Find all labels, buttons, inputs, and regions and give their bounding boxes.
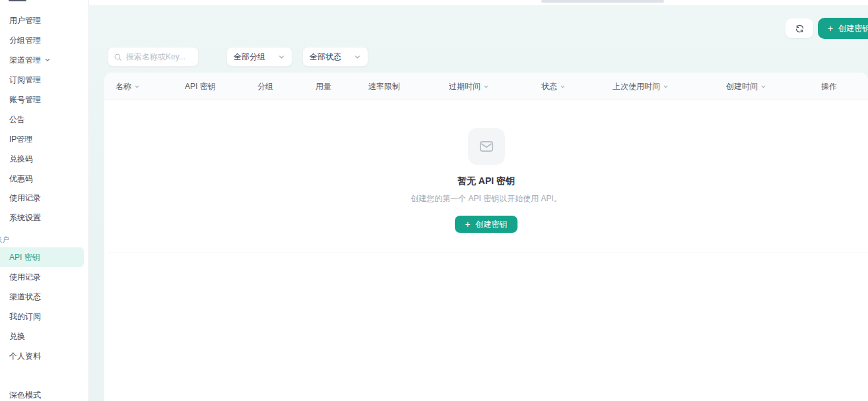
column-header-name[interactable]: 名称: [116, 73, 140, 100]
sidebar-item-announcements[interactable]: 公告: [0, 109, 84, 129]
horizontal-scrollbar-thumb[interactable]: [541, 0, 664, 3]
sidebar-item-profile[interactable]: 个人资料: [0, 346, 84, 366]
search-icon: [114, 53, 122, 61]
table-header-row: 名称 API 密钥 分组 用量 速率限制 过期时间 状态 上次使用时间 创建时间…: [104, 73, 868, 100]
sidebar-item-label: IP管理: [9, 134, 32, 145]
chevron-down-icon: [278, 53, 285, 61]
sidebar-item-my-subscriptions[interactable]: 我的订阅: [0, 307, 84, 326]
sidebar-item-channels[interactable]: 渠道管理: [0, 50, 84, 70]
sidebar-item-label: 用户管理: [9, 15, 41, 26]
sidebar-item-usage-logs[interactable]: 使用记录: [0, 188, 84, 208]
search-input[interactable]: [126, 52, 193, 61]
chevron-down-icon: [354, 53, 361, 61]
create-key-button-label: 创建密钥: [476, 219, 508, 230]
sort-chevron-icon: [760, 84, 766, 90]
sidebar-item-label: 使用记录: [9, 272, 41, 283]
sidebar-item-label: 兑换: [9, 331, 25, 342]
sidebar-item-label: API 密钥: [9, 252, 40, 263]
sidebar-item-label: 渠道管理: [9, 55, 41, 66]
column-header-last-used[interactable]: 上次使用时间: [613, 73, 669, 100]
sidebar-item-label: 账号管理: [9, 94, 41, 106]
clipped-sidebar-item: [9, 0, 26, 1]
column-header-actions: 操作: [821, 73, 837, 100]
sidebar-item-redeem[interactable]: 兑换: [0, 326, 84, 346]
sidebar-item-redeem-codes[interactable]: 兑换码: [0, 149, 84, 169]
chevron-down-icon: [44, 57, 51, 63]
group-filter-value: 全部分组: [234, 51, 265, 63]
sidebar-item-label: 公告: [9, 114, 25, 125]
column-header-status[interactable]: 状态: [541, 73, 566, 100]
sidebar-item-usage-records[interactable]: 使用记录: [0, 267, 84, 287]
api-keys-table-card: 名称 API 密钥 分组 用量 速率限制 过期时间 状态 上次使用时间 创建时间…: [104, 73, 868, 401]
dark-mode-label: 深色模式: [9, 390, 41, 401]
empty-state: 暂无 API 密钥 创建您的第一个 API 密钥以开始使用 API。 + 创建密…: [104, 128, 868, 233]
plus-icon: +: [828, 24, 833, 33]
app-root: 用户管理 分组管理 渠道管理 订阅管理 账号管理 公告 IP管理 兑换码 优惠码…: [0, 0, 868, 401]
search-box: [108, 47, 199, 67]
create-key-button-empty[interactable]: + 创建密钥: [455, 216, 517, 233]
sidebar-item-api-keys[interactable]: API 密钥: [0, 247, 84, 267]
create-key-button-label: 创建密钥: [838, 23, 868, 34]
empty-state-subtitle: 创建您的第一个 API 密钥以开始使用 API。: [411, 193, 562, 204]
sidebar-item-label: 系统设置: [9, 212, 41, 224]
sort-chevron-icon: [134, 84, 140, 90]
sidebar-item-coupons[interactable]: 优惠码: [0, 169, 84, 189]
sidebar-item-ip-management[interactable]: IP管理: [0, 129, 84, 149]
sidebar-section-account: 账户: [0, 235, 84, 244]
empty-state-icon-box: [468, 128, 505, 165]
sidebar-item-label: 渠道状态: [9, 292, 41, 303]
table-row-divider: [108, 253, 868, 253]
group-filter-select[interactable]: 全部分组: [226, 47, 292, 67]
sidebar-item-groups[interactable]: 分组管理: [0, 30, 84, 50]
sidebar-item-label: 使用记录: [9, 193, 41, 204]
sidebar-item-label: 订阅管理: [9, 75, 41, 86]
sidebar-item-label: 兑换码: [9, 154, 33, 165]
plus-icon: +: [465, 220, 470, 229]
sidebar-item-subscriptions[interactable]: 订阅管理: [0, 70, 84, 90]
sidebar: 用户管理 分组管理 渠道管理 订阅管理 账号管理 公告 IP管理 兑换码 优惠码…: [0, 0, 89, 401]
sidebar-item-accounts[interactable]: 账号管理: [0, 90, 84, 109]
sidebar-item-system-settings[interactable]: 系统设置: [0, 208, 84, 228]
sort-chevron-icon: [560, 84, 566, 90]
column-header-created[interactable]: 创建时间: [726, 73, 766, 100]
refresh-button[interactable]: [785, 18, 813, 38]
column-header-expiry[interactable]: 过期时间: [449, 73, 489, 100]
sort-chevron-icon: [663, 84, 669, 90]
column-header-usage: 用量: [316, 73, 331, 100]
sidebar-item-label: 分组管理: [9, 35, 41, 46]
refresh-icon: [795, 24, 805, 34]
create-key-button-top[interactable]: + 创建密钥: [818, 18, 868, 39]
dark-mode-toggle[interactable]: 深色模式: [0, 389, 84, 401]
column-header-api-key: API 密钥: [185, 73, 216, 100]
sort-chevron-icon: [483, 84, 489, 90]
sidebar-item-label: 个人资料: [9, 351, 41, 362]
status-filter-value: 全部状态: [310, 51, 341, 63]
sidebar-item-channel-status[interactable]: 渠道状态: [0, 287, 84, 307]
sidebar-item-label: 我的订阅: [9, 311, 41, 323]
empty-state-title: 暂无 API 密钥: [457, 175, 515, 187]
column-header-group: 分组: [257, 73, 273, 100]
status-filter-select[interactable]: 全部状态: [302, 47, 368, 67]
sidebar-item-users[interactable]: 用户管理: [0, 11, 84, 30]
column-header-rate-limit: 速率限制: [368, 73, 400, 100]
sidebar-item-label: 优惠码: [9, 173, 33, 185]
mail-icon: [478, 138, 495, 155]
